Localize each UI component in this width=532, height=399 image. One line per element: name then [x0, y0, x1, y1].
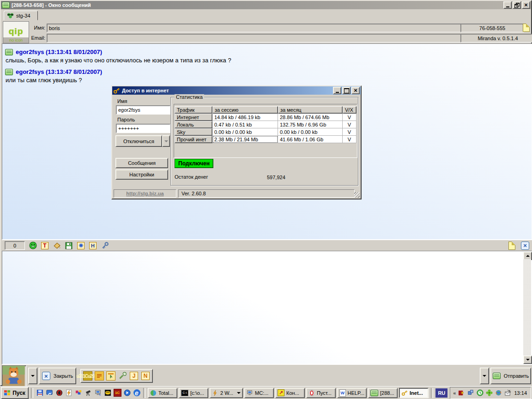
dialog-minimize-button[interactable]: [333, 87, 341, 94]
quicklaunch-floppy-icon[interactable]: [36, 389, 44, 397]
message-text: или ты сам глюк увидишь ?: [6, 77, 529, 84]
dialog-close-button[interactable]: [351, 87, 360, 94]
asterisk-icon[interactable]: [77, 242, 85, 250]
taskbar-button-console[interactable]: Кон...: [275, 388, 305, 398]
start-button[interactable]: Пуск: [1, 387, 29, 399]
paint-bucket-icon[interactable]: [53, 242, 61, 250]
notes-icon[interactable]: [141, 371, 150, 381]
quicklaunch-show-desktop-icon[interactable]: [45, 389, 54, 397]
messages-button[interactable]: Сообщения: [115, 158, 168, 168]
cell-session: 0.00 kb / 0.00 kb: [212, 128, 278, 136]
incoming-message-icon: [5, 49, 13, 55]
col-header-session[interactable]: за сессию: [212, 106, 278, 114]
row-header[interactable]: Прочий инет: [175, 136, 212, 143]
tab-label: stg-34: [16, 13, 30, 18]
compose-options-group: [80, 369, 153, 383]
taskbar-button-downloads-group[interactable]: 2 W...: [210, 388, 243, 398]
send-button[interactable]: Отправить: [490, 368, 531, 384]
taskbar-button-total[interactable]: Total...: [148, 388, 177, 398]
tray-collapse-icon[interactable]: [453, 390, 456, 396]
window-cursor-icon[interactable]: [106, 371, 115, 381]
message-header: egor2fsys (13:13:47 8/01/2007): [5, 68, 529, 75]
message-input[interactable]: [2, 251, 532, 364]
close-options-dropdown[interactable]: [28, 368, 37, 384]
taskbar-button-mc[interactable]: МС:...: [244, 388, 274, 398]
scrollbar-track[interactable]: [523, 259, 531, 357]
cell-check: V: [343, 114, 357, 121]
save-icon[interactable]: [65, 242, 73, 250]
quicklaunch-internet-explorer-icon[interactable]: [133, 389, 141, 397]
tray-globe-icon[interactable]: [495, 389, 502, 397]
resize-grip[interactable]: [354, 192, 360, 198]
template-icon[interactable]: [95, 371, 104, 381]
statistics-group-label: Статистика: [175, 94, 204, 100]
disconnect-button[interactable]: Отключиться: [115, 135, 162, 147]
taskbar-button-cmd[interactable]: [c:\o...: [179, 388, 208, 398]
quicklaunch-opera-icon[interactable]: [55, 389, 63, 397]
char-counter: 0: [5, 241, 25, 250]
qip-logo: qip: [9, 25, 24, 37]
row-header[interactable]: Sky: [175, 128, 212, 136]
taskbar-separator: [431, 388, 433, 398]
taskbar-clock[interactable]: 13:14: [513, 390, 528, 396]
new-note-icon[interactable]: [508, 242, 515, 250]
taskbar-button-inet-active[interactable]: Inet...: [399, 388, 429, 398]
language-indicator[interactable]: RU: [435, 388, 447, 398]
col-header-traffic[interactable]: Трафик: [175, 106, 212, 114]
tray-mail-icon[interactable]: [504, 389, 511, 397]
tab-stg-34[interactable]: stg-34: [4, 11, 38, 20]
taskbar-button-message-window[interactable]: [288...: [368, 388, 398, 398]
compose-scrollbar[interactable]: [523, 252, 531, 364]
col-header-month[interactable]: за месяц: [278, 106, 343, 114]
cell-session: 0.47 kb / 0.51 kb: [212, 121, 278, 128]
restore-button[interactable]: [513, 1, 521, 9]
scroll-down-button[interactable]: [523, 356, 532, 364]
taskbar: Пуск Total... [c:\o... 2 W: [0, 386, 532, 399]
wrench-icon[interactable]: [118, 371, 127, 381]
row-header[interactable]: Локаль: [175, 121, 212, 128]
login-label: Имя: [117, 98, 127, 104]
col-header-vx[interactable]: V/X: [343, 106, 357, 114]
user-details-icon[interactable]: [523, 24, 530, 32]
tray-puzzle-icon[interactable]: [467, 389, 474, 397]
taskbar-button-help-doc[interactable]: HELP...: [337, 388, 367, 398]
quotes-icon[interactable]: [83, 371, 92, 381]
login-input[interactable]: egor2fsys: [116, 105, 170, 115]
name-field[interactable]: boris: [47, 24, 462, 32]
email-field[interactable]: [47, 34, 462, 42]
send-options-dropdown[interactable]: [480, 368, 489, 384]
compose-toolbar: 0: [2, 240, 532, 251]
tray-clover-icon[interactable]: [485, 389, 493, 397]
close-tab-icon[interactable]: [521, 242, 529, 250]
quicklaunch-telescope-icon[interactable]: [84, 389, 92, 397]
quicklaunch-computer-icon[interactable]: [94, 389, 102, 397]
minimize-button[interactable]: [503, 1, 512, 9]
cell-check: V: [343, 136, 357, 143]
internet-access-dialog: Доступ в интернет Имя egor2fsys Пароль +…: [111, 85, 362, 200]
close-button[interactable]: [522, 1, 530, 9]
quicklaunch-bat-icon[interactable]: [103, 389, 112, 397]
quicklaunch-1c-icon[interactable]: [113, 389, 121, 397]
balance-value: 597,924: [267, 175, 285, 180]
smiley-icon[interactable]: [29, 242, 37, 250]
uin-field: 76-058-555: [460, 24, 524, 32]
password-input[interactable]: +++++++: [116, 124, 170, 133]
window-titlebar: [288-543-658] - Окно сообщений: [1, 1, 531, 9]
traffic-table: Трафик за сессию за месяц V/X Интернет 1…: [175, 106, 357, 143]
tray-clock-icon[interactable]: [476, 389, 484, 397]
row-header[interactable]: Интернет: [175, 114, 212, 121]
taskbar-button-opera[interactable]: Пуст...: [306, 388, 336, 398]
close-button-bottom[interactable]: Закрыть: [39, 368, 76, 384]
journal-icon[interactable]: [129, 371, 139, 381]
quicklaunch-media-player-icon[interactable]: [123, 389, 131, 397]
dialog-maximize-button[interactable]: [342, 87, 351, 94]
quicklaunch-lightning-icon[interactable]: [65, 389, 73, 397]
text-color-icon[interactable]: [41, 242, 49, 250]
quote-key-icon[interactable]: [101, 242, 109, 250]
settings-button[interactable]: Настройки: [115, 169, 168, 180]
history-icon[interactable]: [89, 242, 97, 250]
tray-download-icon[interactable]: [458, 389, 465, 397]
disconnect-dropdown[interactable]: [162, 135, 170, 147]
quicklaunch-palette-icon[interactable]: [74, 389, 83, 397]
stg-link[interactable]: http://stg.biz.ua: [126, 191, 163, 196]
